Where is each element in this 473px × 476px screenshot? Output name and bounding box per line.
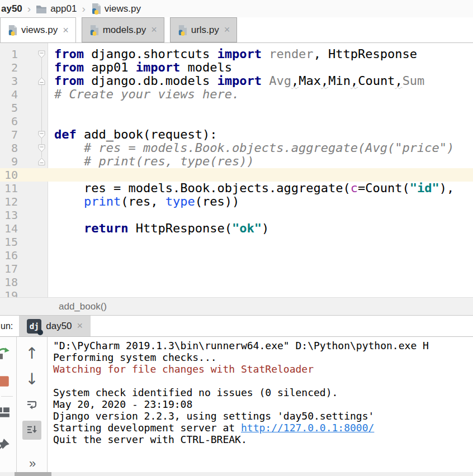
scroll-to-end-icon[interactable] bbox=[22, 421, 41, 440]
code-line: 6 bbox=[0, 115, 473, 128]
line-number[interactable]: 16 bbox=[0, 249, 23, 262]
line-number[interactable]: 15 bbox=[0, 235, 23, 249]
line-number[interactable]: 12 bbox=[0, 195, 23, 208]
pin-icon[interactable] bbox=[0, 437, 11, 454]
fold-column bbox=[23, 195, 48, 208]
console-line: May 20, 2020 - 23:19:08 bbox=[53, 398, 473, 410]
code-text bbox=[48, 275, 54, 289]
breadcrumb-item-views[interactable]: views.py bbox=[105, 3, 141, 15]
fold-marker-icon[interactable] bbox=[23, 155, 48, 168]
code-line: 8 # res = models.Book.objects.aggregate(… bbox=[0, 141, 473, 155]
django-icon: dj bbox=[27, 319, 41, 334]
line-number[interactable]: 13 bbox=[0, 208, 23, 222]
django-icon-dot bbox=[37, 330, 43, 335]
chevron-right-icon: › bbox=[27, 3, 31, 14]
code-line: 19 bbox=[0, 289, 473, 297]
fold-column bbox=[23, 208, 48, 222]
fold-column bbox=[23, 289, 48, 297]
line-number[interactable]: 6 bbox=[0, 115, 23, 128]
code-text bbox=[48, 115, 54, 128]
line-number[interactable]: 1 bbox=[0, 47, 23, 61]
scrollbar-thumb[interactable] bbox=[15, 472, 51, 476]
line-number[interactable]: 19 bbox=[0, 289, 23, 297]
python-file-icon bbox=[91, 3, 101, 15]
soft-wrap-icon[interactable] bbox=[25, 398, 39, 414]
left-tool-stripe bbox=[0, 337, 17, 472]
console-text: Django version 2.2.3, using settings 'da… bbox=[53, 410, 374, 422]
run-tab-day50[interactable]: dj day50 × bbox=[19, 316, 91, 336]
console-text: Watching for file changes with StatReloa… bbox=[53, 363, 314, 375]
code-line: 14 return HttpResponse("ok") bbox=[0, 222, 473, 235]
code-text: from app01 import models bbox=[48, 61, 232, 74]
line-number[interactable]: 5 bbox=[0, 101, 23, 115]
console-output[interactable]: "D:\PyCharm 2019.1.3\bin\runnerw64.exe" … bbox=[48, 337, 473, 472]
fold-column bbox=[23, 61, 48, 74]
editor-tab-bar: views.py × models.py × urls.py × bbox=[0, 17, 473, 43]
code-text bbox=[48, 289, 54, 297]
console-line: Quit the server with CTRL-BREAK. bbox=[53, 434, 473, 445]
console-text: Quit the server with CTRL-BREAK. bbox=[53, 434, 247, 445]
line-number[interactable]: 3 bbox=[0, 74, 23, 88]
breadcrumb-function[interactable]: add_book() bbox=[59, 301, 107, 312]
line-number[interactable]: 14 bbox=[0, 222, 23, 235]
fold-column bbox=[23, 275, 48, 289]
line-number[interactable]: 4 bbox=[0, 88, 23, 101]
console-text: "D:\PyCharm 2019.1.3\bin\runnerw64.exe" … bbox=[53, 340, 429, 351]
tab-label: models.py bbox=[103, 25, 146, 36]
fold-marker-icon[interactable] bbox=[23, 74, 48, 88]
breadcrumb: ay50 › app01 › views.py bbox=[0, 0, 473, 17]
code-line: 10 bbox=[0, 168, 473, 182]
run-panel-header: un: dj day50 × bbox=[0, 316, 473, 337]
close-icon[interactable]: × bbox=[63, 25, 69, 36]
fold-column bbox=[23, 168, 48, 182]
chevron-right-icon: › bbox=[82, 3, 85, 14]
restore-layout-icon[interactable] bbox=[0, 405, 11, 422]
line-number[interactable]: 10 bbox=[0, 168, 23, 182]
close-icon[interactable]: × bbox=[224, 24, 230, 36]
fold-marker-icon[interactable] bbox=[23, 128, 48, 141]
code-line: 16 bbox=[0, 249, 473, 262]
line-number[interactable]: 2 bbox=[0, 61, 23, 74]
folder-icon bbox=[36, 4, 47, 13]
server-url-link[interactable]: http://127.0.0.1:8000/ bbox=[241, 422, 374, 434]
line-number[interactable]: 11 bbox=[0, 182, 23, 195]
line-number[interactable]: 17 bbox=[0, 262, 23, 275]
code-line: 13 bbox=[0, 208, 473, 222]
close-icon[interactable]: × bbox=[77, 320, 83, 332]
console-line: Performing system checks... bbox=[53, 351, 473, 363]
up-arrow-icon[interactable]: ↑ bbox=[25, 346, 38, 361]
line-number[interactable]: 8 bbox=[0, 141, 23, 155]
code-line: 11 res = models.Book.objects.aggregate(c… bbox=[0, 182, 473, 195]
stop-icon[interactable] bbox=[0, 374, 11, 391]
toolbar-separator bbox=[1, 396, 13, 397]
code-line: 18 bbox=[0, 275, 473, 289]
close-icon[interactable]: × bbox=[151, 24, 157, 36]
tab-urls-py[interactable]: urls.py × bbox=[170, 17, 238, 42]
console-text: System check identified no issues (0 sil… bbox=[53, 387, 338, 398]
fold-column bbox=[23, 262, 48, 275]
pycharm-window: ay50 › app01 › views.py views.py × model… bbox=[0, 0, 473, 476]
code-text bbox=[48, 101, 54, 115]
console-line: Starting development server at http://12… bbox=[53, 422, 473, 434]
console-text: May 20, 2020 - 23:19:08 bbox=[53, 398, 192, 410]
horizontal-scrollbar[interactable] bbox=[0, 472, 473, 476]
code-line: 17 bbox=[0, 262, 473, 275]
breadcrumb-item-app01[interactable]: app01 bbox=[50, 3, 77, 15]
code-text: res = models.Book.objects.aggregate(c=Co… bbox=[48, 182, 454, 195]
rerun-icon[interactable] bbox=[0, 346, 11, 363]
line-number[interactable]: 7 bbox=[0, 128, 23, 141]
code-line: 15 bbox=[0, 235, 473, 249]
fold-marker-icon[interactable] bbox=[23, 47, 48, 61]
selected-icon-background bbox=[22, 421, 41, 440]
line-number[interactable]: 9 bbox=[0, 155, 23, 168]
breadcrumb-item-day50[interactable]: ay50 bbox=[1, 3, 22, 15]
tab-models-py[interactable]: models.py × bbox=[82, 17, 164, 42]
line-number[interactable]: 18 bbox=[0, 275, 23, 289]
tab-views-py[interactable]: views.py × bbox=[0, 17, 76, 42]
more-chevrons-icon[interactable]: » bbox=[29, 456, 35, 471]
code-text bbox=[48, 262, 54, 275]
code-text: from django.shortcuts import render, Htt… bbox=[48, 47, 417, 61]
code-editor[interactable]: 1from django.shortcuts import render, Ht… bbox=[0, 43, 473, 297]
down-arrow-icon[interactable]: ↓ bbox=[25, 372, 38, 387]
fold-marker-icon[interactable] bbox=[23, 141, 48, 155]
